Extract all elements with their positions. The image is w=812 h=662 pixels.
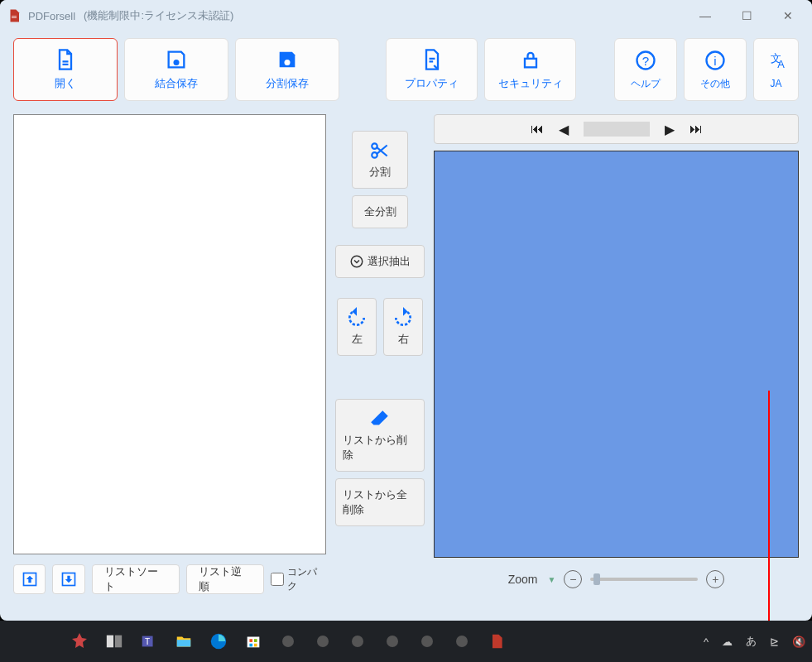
taskbar-pdforsell[interactable] (485, 630, 508, 653)
rotate-left-label: 左 (352, 332, 363, 347)
page-indicator[interactable] (584, 122, 650, 137)
compact-checkbox-input[interactable] (271, 573, 284, 586)
zoom-slider-thumb[interactable] (593, 573, 600, 585)
taskbar-app-12[interactable] (450, 630, 473, 653)
rotate-left-icon (346, 307, 368, 329)
right-panel: ⏮ ◀ ▶ ⏭ Zoom▼ − + (434, 114, 799, 594)
svg-rect-18 (177, 640, 191, 646)
svg-text:A: A (777, 58, 785, 70)
translate-icon: 文A (765, 50, 788, 73)
prev-page-button[interactable]: ◀ (559, 122, 569, 137)
remove-all-from-list-button[interactable]: リストから全削除 (335, 478, 425, 526)
svg-rect-2 (525, 59, 536, 68)
property-icon (420, 48, 444, 71)
select-extract-label: 選択抽出 (368, 254, 411, 269)
scissors-icon (369, 140, 391, 161)
left-panel: リストソート リスト逆順 コンパク (13, 114, 326, 594)
taskbar-edge[interactable] (207, 630, 230, 653)
minimize-button[interactable]: — (688, 3, 723, 28)
security-button[interactable]: セキュリティ (484, 38, 576, 101)
help-icon: ? (634, 49, 657, 72)
move-up-button[interactable] (13, 564, 46, 594)
preview-area[interactable] (434, 151, 799, 558)
taskbar-app-8[interactable] (311, 630, 334, 653)
property-button[interactable]: プロパティ (386, 38, 478, 101)
move-down-button[interactable] (52, 564, 84, 594)
svg-rect-24 (254, 644, 257, 647)
rotate-left-button[interactable]: 左 (337, 298, 377, 356)
taskbar-app-7[interactable] (276, 630, 300, 653)
svg-rect-22 (254, 639, 257, 642)
content-area: リストソート リスト逆順 コンパク 分割 全分割 選択抽出 (0, 108, 812, 604)
next-page-button[interactable]: ▶ (665, 122, 675, 137)
list-reverse-button[interactable]: リスト逆順 (186, 564, 264, 594)
zoom-bar: Zoom▼ − + (434, 564, 799, 594)
rotate-right-button[interactable]: 右 (383, 298, 423, 356)
svg-text:?: ? (642, 53, 649, 67)
open-button[interactable]: 開く (13, 38, 118, 101)
merge-save-button[interactable]: 結合保存 (124, 38, 228, 101)
taskbar-explorer[interactable] (172, 630, 195, 653)
rotate-right-icon (392, 307, 414, 329)
zoom-in-button[interactable]: + (706, 570, 724, 588)
split-save-button[interactable]: 分割保存 (235, 38, 339, 101)
taskbar-app-9[interactable] (346, 630, 369, 653)
taskbar-teams[interactable]: T (137, 630, 161, 653)
tray-cloud-icon[interactable]: ☁ (722, 636, 733, 648)
maximize-button[interactable]: ☐ (729, 3, 764, 28)
other-button[interactable]: i その他 (684, 38, 747, 101)
chevron-down-circle-icon (349, 254, 364, 269)
file-list[interactable] (13, 114, 326, 554)
window-controls: — ☐ ✕ (688, 3, 805, 28)
remove-from-list-label: リストから削除 (343, 433, 417, 463)
svg-point-13 (351, 256, 363, 267)
taskbar: T ^ ☁ あ ⊵ 🔇 (0, 621, 812, 662)
taskbar-app-1[interactable] (68, 630, 91, 653)
svg-text:T: T (145, 637, 150, 646)
list-sort-button[interactable]: リストソート (92, 564, 180, 594)
mid-panel: 分割 全分割 選択抽出 左 右 リストから削除 (334, 114, 425, 594)
svg-point-1 (285, 60, 291, 65)
taskbar-app-11[interactable] (416, 630, 439, 653)
help-button[interactable]: ? ヘルプ (614, 38, 677, 101)
svg-point-0 (174, 60, 180, 65)
svg-rect-14 (107, 636, 113, 648)
zoom-slider[interactable] (590, 578, 698, 581)
split-all-button[interactable]: 全分割 (352, 195, 408, 228)
last-page-button[interactable]: ⏭ (689, 122, 703, 137)
compact-checkbox[interactable]: コンパク (271, 565, 326, 593)
taskbar-store[interactable] (242, 630, 265, 653)
split-button[interactable]: 分割 (352, 131, 408, 189)
tray-network-icon[interactable]: ⊵ (770, 636, 779, 648)
language-label: JA (770, 78, 781, 89)
svg-rect-21 (249, 639, 252, 642)
select-extract-button[interactable]: 選択抽出 (335, 245, 425, 278)
arrow-up-icon (22, 571, 38, 588)
security-label: セキュリティ (498, 76, 563, 91)
page-nav: ⏮ ◀ ▶ ⏭ (434, 114, 799, 144)
language-button[interactable]: 文A JA (753, 38, 799, 101)
svg-rect-15 (115, 636, 122, 648)
zoom-dropdown-icon[interactable]: ▼ (547, 575, 555, 584)
app-window: PDForsell (機能制限中:ライセンス未認証) — ☐ ✕ 開く 結合保存… (0, 0, 812, 621)
taskbar-taskview[interactable] (103, 630, 126, 653)
app-icon (7, 8, 22, 23)
ime-indicator[interactable]: あ (746, 634, 757, 649)
property-label: プロパティ (405, 76, 459, 91)
first-page-button[interactable]: ⏮ (531, 122, 544, 137)
taskbar-app-10[interactable] (381, 630, 404, 653)
tray-chevron-icon[interactable]: ^ (704, 636, 709, 648)
svg-text:i: i (714, 53, 716, 67)
info-icon: i (704, 49, 727, 72)
file-open-icon (54, 48, 77, 71)
save-icon (165, 48, 188, 71)
remove-from-list-button[interactable]: リストから削除 (335, 399, 425, 472)
compact-label: コンパク (287, 565, 326, 593)
close-button[interactable]: ✕ (771, 3, 805, 28)
rotate-right-label: 右 (398, 332, 409, 347)
app-subtitle: (機能制限中:ライセンス未認証) (84, 8, 233, 23)
arrow-down-icon (60, 571, 77, 588)
zoom-out-button[interactable]: − (564, 570, 582, 588)
tray-volume-icon[interactable]: 🔇 (792, 636, 805, 648)
app-title: PDForsell (28, 10, 75, 22)
